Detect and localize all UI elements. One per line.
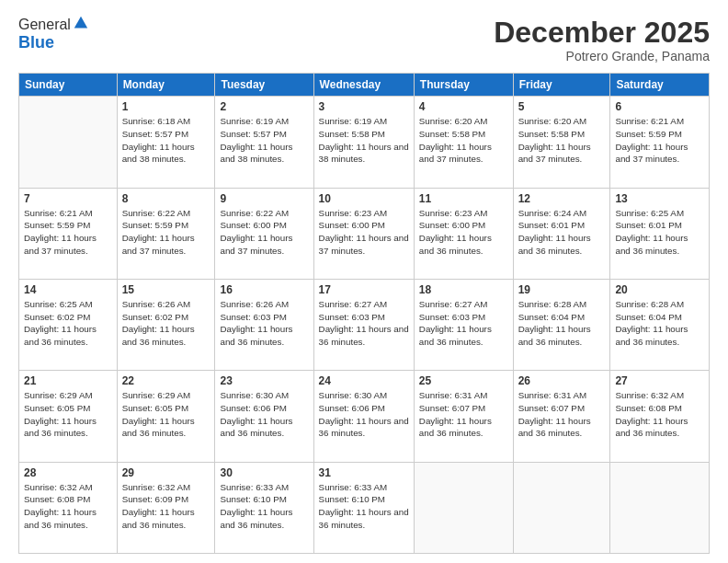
table-row: 5Sunrise: 6:20 AMSunset: 5:58 PMDaylight…	[513, 97, 610, 188]
day-number: 17	[319, 283, 409, 296]
day-info: Sunrise: 6:23 AMSunset: 6:00 PMDaylight:…	[319, 207, 409, 258]
day-info: Sunrise: 6:22 AMSunset: 5:59 PMDaylight:…	[122, 207, 210, 258]
table-row	[513, 462, 610, 553]
calendar-week-row: 7Sunrise: 6:21 AMSunset: 5:59 PMDaylight…	[19, 188, 710, 279]
day-info: Sunrise: 6:19 AMSunset: 5:58 PMDaylight:…	[319, 115, 409, 166]
table-row: 19Sunrise: 6:28 AMSunset: 6:04 PMDayligh…	[513, 279, 610, 370]
table-row: 18Sunrise: 6:27 AMSunset: 6:03 PMDayligh…	[414, 279, 513, 370]
day-number: 14	[24, 283, 112, 296]
day-number: 13	[615, 192, 704, 205]
day-info: Sunrise: 6:26 AMSunset: 6:03 PMDaylight:…	[220, 298, 308, 349]
day-info: Sunrise: 6:33 AMSunset: 6:10 PMDaylight:…	[319, 481, 409, 532]
day-number: 21	[24, 374, 112, 387]
col-tuesday: Tuesday	[215, 74, 313, 97]
table-row	[610, 462, 710, 553]
logo-icon	[73, 15, 89, 31]
day-number: 5	[518, 100, 606, 113]
logo-general-text: General	[18, 17, 71, 33]
day-number: 24	[319, 374, 409, 387]
day-number: 31	[319, 466, 409, 479]
day-info: Sunrise: 6:23 AMSunset: 6:00 PMDaylight:…	[419, 207, 508, 258]
day-number: 4	[419, 100, 508, 113]
table-row: 30Sunrise: 6:33 AMSunset: 6:10 PMDayligh…	[215, 462, 313, 553]
calendar-week-row: 21Sunrise: 6:29 AMSunset: 6:05 PMDayligh…	[19, 371, 710, 462]
col-wednesday: Wednesday	[313, 74, 414, 97]
day-info: Sunrise: 6:31 AMSunset: 6:07 PMDaylight:…	[419, 389, 508, 440]
day-number: 19	[518, 283, 606, 296]
table-row: 14Sunrise: 6:25 AMSunset: 6:02 PMDayligh…	[19, 279, 118, 370]
table-row: 16Sunrise: 6:26 AMSunset: 6:03 PMDayligh…	[215, 279, 313, 370]
col-monday: Monday	[117, 74, 215, 97]
day-info: Sunrise: 6:31 AMSunset: 6:07 PMDaylight:…	[518, 389, 606, 440]
day-info: Sunrise: 6:21 AMSunset: 5:59 PMDaylight:…	[615, 115, 704, 166]
day-info: Sunrise: 6:26 AMSunset: 6:02 PMDaylight:…	[122, 298, 210, 349]
table-row: 15Sunrise: 6:26 AMSunset: 6:02 PMDayligh…	[117, 279, 215, 370]
day-number: 23	[220, 374, 308, 387]
calendar-week-row: 1Sunrise: 6:18 AMSunset: 5:57 PMDaylight…	[19, 97, 710, 188]
day-info: Sunrise: 6:32 AMSunset: 6:08 PMDaylight:…	[615, 389, 704, 440]
table-row: 20Sunrise: 6:28 AMSunset: 6:04 PMDayligh…	[610, 279, 710, 370]
table-row: 9Sunrise: 6:22 AMSunset: 6:00 PMDaylight…	[215, 188, 313, 279]
table-row: 2Sunrise: 6:19 AMSunset: 5:57 PMDaylight…	[215, 97, 313, 188]
table-row: 31Sunrise: 6:33 AMSunset: 6:10 PMDayligh…	[313, 462, 414, 553]
table-row: 7Sunrise: 6:21 AMSunset: 5:59 PMDaylight…	[19, 188, 118, 279]
day-number: 9	[220, 192, 308, 205]
day-info: Sunrise: 6:21 AMSunset: 5:59 PMDaylight:…	[24, 207, 112, 258]
day-info: Sunrise: 6:25 AMSunset: 6:01 PMDaylight:…	[615, 207, 704, 258]
logo: General Blue	[18, 17, 89, 52]
day-number: 27	[615, 374, 704, 387]
day-number: 12	[518, 192, 606, 205]
day-number: 6	[615, 100, 704, 113]
day-info: Sunrise: 6:22 AMSunset: 6:00 PMDaylight:…	[220, 207, 308, 258]
calendar-table: Sunday Monday Tuesday Wednesday Thursday…	[18, 73, 710, 554]
logo-blue-text: Blue	[18, 33, 54, 52]
col-friday: Friday	[513, 74, 610, 97]
table-row: 17Sunrise: 6:27 AMSunset: 6:03 PMDayligh…	[313, 279, 414, 370]
day-number: 20	[615, 283, 704, 296]
table-row: 29Sunrise: 6:32 AMSunset: 6:09 PMDayligh…	[117, 462, 215, 553]
day-number: 16	[220, 283, 308, 296]
day-number: 30	[220, 466, 308, 479]
day-info: Sunrise: 6:30 AMSunset: 6:06 PMDaylight:…	[319, 389, 409, 440]
day-info: Sunrise: 6:27 AMSunset: 6:03 PMDaylight:…	[419, 298, 508, 349]
day-info: Sunrise: 6:20 AMSunset: 5:58 PMDaylight:…	[518, 115, 606, 166]
day-number: 10	[319, 192, 409, 205]
day-info: Sunrise: 6:24 AMSunset: 6:01 PMDaylight:…	[518, 207, 606, 258]
location: Potrero Grande, Panama	[494, 49, 710, 63]
day-number: 1	[122, 100, 210, 113]
table-row: 24Sunrise: 6:30 AMSunset: 6:06 PMDayligh…	[313, 371, 414, 462]
day-number: 7	[24, 192, 112, 205]
calendar-week-row: 14Sunrise: 6:25 AMSunset: 6:02 PMDayligh…	[19, 279, 710, 370]
day-number: 3	[319, 100, 409, 113]
day-info: Sunrise: 6:30 AMSunset: 6:06 PMDaylight:…	[220, 389, 308, 440]
day-number: 29	[122, 466, 210, 479]
table-row: 1Sunrise: 6:18 AMSunset: 5:57 PMDaylight…	[117, 97, 215, 188]
day-info: Sunrise: 6:27 AMSunset: 6:03 PMDaylight:…	[319, 298, 409, 349]
table-row	[19, 97, 118, 188]
page-header: General Blue December 2025 Potrero Grand…	[18, 17, 710, 63]
day-info: Sunrise: 6:28 AMSunset: 6:04 PMDaylight:…	[615, 298, 704, 349]
day-number: 22	[122, 374, 210, 387]
col-thursday: Thursday	[414, 74, 513, 97]
day-info: Sunrise: 6:29 AMSunset: 6:05 PMDaylight:…	[24, 389, 112, 440]
calendar-header-row: Sunday Monday Tuesday Wednesday Thursday…	[19, 74, 710, 97]
table-row: 23Sunrise: 6:30 AMSunset: 6:06 PMDayligh…	[215, 371, 313, 462]
day-info: Sunrise: 6:28 AMSunset: 6:04 PMDaylight:…	[518, 298, 606, 349]
calendar-week-row: 28Sunrise: 6:32 AMSunset: 6:08 PMDayligh…	[19, 462, 710, 553]
calendar-page: General Blue December 2025 Potrero Grand…	[0, 0, 728, 563]
day-number: 2	[220, 100, 308, 113]
table-row: 27Sunrise: 6:32 AMSunset: 6:08 PMDayligh…	[610, 371, 710, 462]
day-info: Sunrise: 6:18 AMSunset: 5:57 PMDaylight:…	[122, 115, 210, 166]
svg-marker-0	[74, 17, 87, 29]
day-info: Sunrise: 6:20 AMSunset: 5:58 PMDaylight:…	[419, 115, 508, 166]
day-info: Sunrise: 6:32 AMSunset: 6:08 PMDaylight:…	[24, 481, 112, 532]
col-saturday: Saturday	[610, 74, 710, 97]
table-row: 10Sunrise: 6:23 AMSunset: 6:00 PMDayligh…	[313, 188, 414, 279]
table-row: 21Sunrise: 6:29 AMSunset: 6:05 PMDayligh…	[19, 371, 118, 462]
table-row: 3Sunrise: 6:19 AMSunset: 5:58 PMDaylight…	[313, 97, 414, 188]
table-row: 12Sunrise: 6:24 AMSunset: 6:01 PMDayligh…	[513, 188, 610, 279]
table-row: 25Sunrise: 6:31 AMSunset: 6:07 PMDayligh…	[414, 371, 513, 462]
day-info: Sunrise: 6:25 AMSunset: 6:02 PMDaylight:…	[24, 298, 112, 349]
day-info: Sunrise: 6:29 AMSunset: 6:05 PMDaylight:…	[122, 389, 210, 440]
day-number: 18	[419, 283, 508, 296]
